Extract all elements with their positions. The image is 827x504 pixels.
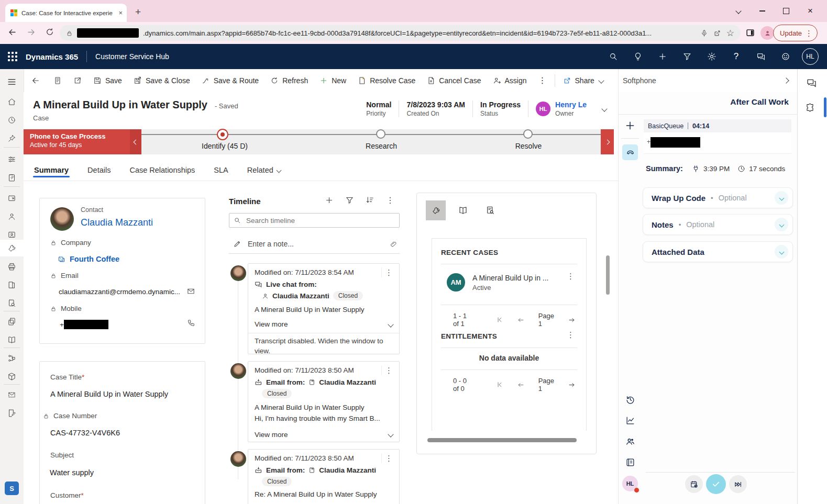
timeline-add-icon[interactable]	[325, 196, 334, 205]
next-page-icon[interactable]	[568, 381, 576, 389]
timeline-sort-icon[interactable]	[366, 196, 374, 205]
tab-sla[interactable]: SLA	[214, 166, 228, 181]
view-more-link[interactable]: View more	[255, 320, 288, 328]
window-maximize-icon[interactable]	[774, 0, 798, 22]
share-button[interactable]: Share	[557, 69, 609, 92]
email-templates-icon[interactable]	[0, 386, 24, 403]
feedback-chat-icon[interactable]	[748, 44, 773, 69]
waffle-icon[interactable]	[8, 52, 17, 61]
cases-icon[interactable]	[0, 240, 24, 256]
timeline-search-input[interactable]	[245, 216, 395, 225]
bpf-stage-resolve-label[interactable]: Resolve	[515, 142, 542, 150]
timeline-entry[interactable]: Modified on: 7/11/2023 8:50 AM⋮ Email fr…	[248, 361, 400, 442]
new-button[interactable]: New	[314, 69, 352, 92]
bpf-stage-research-dot[interactable]	[376, 129, 385, 139]
new-tab-button[interactable]: +	[135, 6, 141, 18]
send-email-icon[interactable]	[186, 287, 195, 297]
bpf-prev-icon[interactable]	[130, 129, 141, 154]
bpf-next-icon[interactable]	[601, 129, 614, 154]
user-avatar[interactable]: HL	[802, 48, 819, 65]
attached-data-section[interactable]: Attached Data	[643, 241, 793, 262]
browser-profile-avatar[interactable]	[760, 26, 774, 40]
bpf-stage-resolve-dot[interactable]	[523, 129, 533, 139]
mobile-value[interactable]: +	[60, 320, 108, 329]
horizontal-scrollbar[interactable]	[427, 438, 577, 442]
analytics-icon[interactable]	[624, 415, 636, 426]
tab-close-icon[interactable]: ×	[118, 9, 123, 17]
timeline-filter-icon[interactable]	[345, 196, 354, 205]
help-icon[interactable]: ?	[724, 44, 748, 69]
recent-icon[interactable]	[0, 111, 24, 128]
entry-person[interactable]: Claudia Mazzanti	[319, 378, 376, 386]
recent-case-name[interactable]: A Mineral Build Up in ...	[472, 274, 549, 282]
related-tab-tools-icon[interactable]	[426, 200, 446, 220]
complete-acw-button[interactable]	[706, 474, 726, 494]
header-expand-icon[interactable]	[601, 106, 607, 111]
window-chevron-icon[interactable]	[726, 0, 751, 22]
app-name[interactable]: Customer Service Hub	[95, 52, 169, 61]
bpf-stage-identify-dot[interactable]	[217, 129, 228, 140]
chevron-down-icon[interactable]	[775, 245, 788, 259]
entry-person[interactable]: Claudia Mazzanti	[272, 292, 329, 300]
related-tab-knowledge-icon[interactable]	[453, 200, 473, 220]
accounts-icon[interactable]	[0, 189, 24, 206]
browser-reload-icon[interactable]	[45, 27, 54, 38]
entry-subject[interactable]: Re: A Mineral Build Up in Water Supply	[255, 490, 393, 498]
panel-scrollbar[interactable]	[824, 97, 826, 117]
view-more-link[interactable]: View more	[255, 431, 288, 439]
timeline-entry[interactable]: Modified on: 7/11/2023 8:54 AM⋮ Live cha…	[248, 263, 400, 354]
related-tab-search-icon[interactable]	[480, 200, 500, 220]
main-scrollbar[interactable]	[606, 255, 610, 295]
recent-case-row[interactable]: AM A Mineral Build Up in ... Active	[447, 273, 549, 292]
tab-case-relationships[interactable]: Case Relationships	[129, 166, 195, 181]
journal-icon[interactable]	[624, 456, 636, 468]
assign-button[interactable]: Assign	[487, 69, 533, 92]
bpf-stage-research-label[interactable]: Research	[366, 142, 397, 150]
case-title-value[interactable]: A Mineral Build Up in Water Supply	[50, 390, 168, 398]
history-icon[interactable]	[624, 394, 636, 405]
gear-icon[interactable]	[699, 44, 724, 69]
contacts-icon[interactable]	[0, 208, 24, 225]
timeline-search[interactable]	[229, 213, 400, 228]
search-icon[interactable]	[601, 44, 625, 69]
notes-section[interactable]: Notes • Optional	[643, 214, 793, 235]
timeline-entry[interactable]: Modified on: 7/11/2023 8:50 AM⋮ Email fr…	[248, 449, 400, 504]
bookmark-star-icon[interactable]: ☆	[726, 28, 734, 39]
first-page-icon[interactable]	[496, 381, 503, 388]
collapse-pane-icon[interactable]	[783, 77, 789, 83]
products-icon[interactable]	[0, 368, 24, 385]
tab-related[interactable]: Related	[247, 166, 281, 181]
home-icon[interactable]	[0, 93, 24, 110]
popout-icon[interactable]	[68, 69, 87, 92]
subject-value[interactable]: Water supply	[50, 468, 94, 477]
pinned-icon[interactable]	[0, 130, 24, 147]
owner-avatar[interactable]: HL	[536, 102, 550, 116]
tab-details[interactable]: Details	[87, 166, 111, 181]
back-button[interactable]	[24, 69, 48, 92]
browser-forward-icon[interactable]	[26, 27, 36, 39]
schedule-callback-button[interactable]	[685, 475, 703, 493]
save-route-button[interactable]: Save & Route	[196, 69, 264, 92]
entitlements-more-icon[interactable]: ⋮	[567, 331, 575, 339]
entry-more-icon[interactable]: ⋮	[381, 267, 396, 277]
window-minimize-icon[interactable]	[750, 0, 774, 22]
knowledge-articles-icon[interactable]	[0, 276, 24, 293]
email-value[interactable]: claudiamazzanti@crmdemo.dynamic...	[59, 288, 180, 296]
cancel-case-button[interactable]: Cancel Case	[421, 69, 487, 92]
contact-photo[interactable]	[50, 207, 74, 231]
address-bar[interactable]: .dynamics.com/main.aspx?appid=6685b74b-f…	[60, 25, 741, 41]
first-page-icon[interactable]	[496, 316, 503, 323]
browser-tab[interactable]: Case: Case for Interactive experie ×	[5, 4, 127, 22]
browser-menu-icon[interactable]: ⋮	[805, 29, 813, 37]
teams-chat-icon[interactable]	[806, 77, 817, 90]
call-phone-icon[interactable]	[187, 319, 195, 329]
browser-back-icon[interactable]	[7, 27, 17, 39]
resolve-case-button[interactable]: Resolve Case	[352, 69, 421, 92]
softphone-add-icon[interactable]	[624, 119, 636, 132]
bpf-active-stage-block[interactable]: Phone to Case Process Active for 45 days	[24, 129, 130, 154]
save-button[interactable]: Save	[87, 69, 128, 92]
agent-dashboard-icon[interactable]	[0, 151, 24, 167]
entry-more-icon[interactable]: ⋮	[381, 453, 396, 463]
smiley-icon[interactable]	[773, 44, 798, 69]
expand-entry-icon[interactable]	[388, 432, 393, 438]
